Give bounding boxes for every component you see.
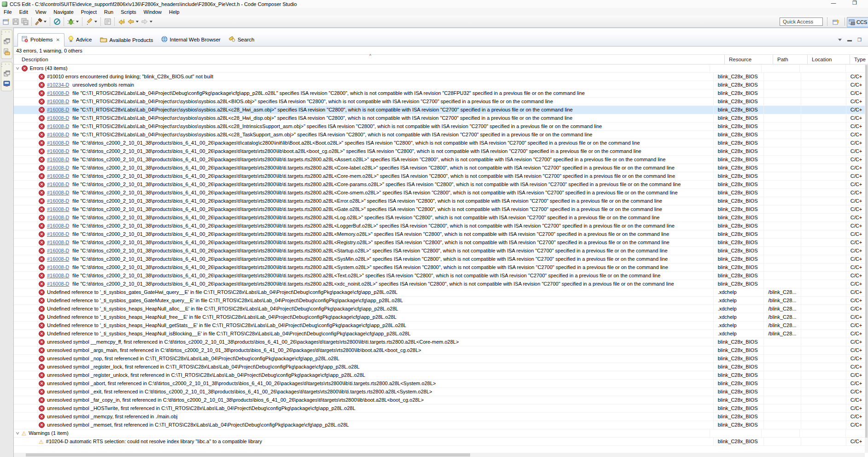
- table-row[interactable]: ✕#16008-Dfile "C:\ti\tirtos_c2000_2_10_0…: [14, 205, 865, 214]
- error-id-link[interactable]: #16008-D: [47, 139, 69, 147]
- expander-chevron-icon[interactable]: v: [16, 64, 19, 72]
- column-location[interactable]: Location: [808, 55, 850, 64]
- table-row[interactable]: ✕#16008-Dfile "C:\ti\tirtos_c2000_2_10_0…: [14, 164, 865, 172]
- table-row[interactable]: ✕Undefined reference to '_ti_sysbios_hea…: [14, 322, 865, 330]
- group-row[interactable]: v⚠Warnings (1 item): [14, 429, 865, 438]
- table-row[interactable]: ✕#16008-Dfile "C:\ti\tirtos_c2000_2_10_0…: [14, 247, 865, 255]
- quick-access-input[interactable]: Quick Access: [780, 18, 823, 26]
- restore-view-icon[interactable]: [3, 70, 11, 77]
- minimize-button[interactable]: —: [829, 0, 838, 6]
- horizontal-scrollbar-thumb[interactable]: [26, 453, 470, 457]
- table-row[interactable]: ✕#16008-Dfile "C:\ti\tirtos_c2000_2_10_0…: [14, 272, 865, 280]
- table-row[interactable]: ✕unresolved symbol _args_main, first ref…: [14, 346, 865, 355]
- table-row[interactable]: ✕#16008-Dfile "C:\TI_RTOS\C28x\Labs\Lab_…: [14, 89, 865, 98]
- open-perspective-button[interactable]: [832, 18, 840, 26]
- error-id-link[interactable]: #16008-D: [47, 247, 69, 255]
- open-element-icon[interactable]: [104, 18, 112, 26]
- error-id-link[interactable]: #16008-D: [47, 172, 69, 180]
- error-id-link[interactable]: #16008-D: [47, 222, 69, 230]
- menu-run[interactable]: Run: [100, 9, 117, 15]
- error-id-link[interactable]: #10234-D: [47, 81, 69, 89]
- table-row[interactable]: ✕unresolved symbol _register_lock, first…: [14, 363, 865, 371]
- menu-project[interactable]: Project: [77, 9, 100, 15]
- expander-chevron-icon[interactable]: v: [16, 429, 19, 437]
- table-row[interactable]: ✕#16008-Dfile "C:\TI_RTOS\C28x\Labs\Lab_…: [14, 131, 865, 139]
- menu-edit[interactable]: Edit: [16, 9, 32, 15]
- dropdown-arrow-icon[interactable]: [94, 21, 97, 23]
- error-id-link[interactable]: #16008-D: [47, 114, 69, 122]
- table-row[interactable]: ✕unresolved symbol __memcpy_ff, first re…: [14, 338, 865, 346]
- forward-icon[interactable]: [140, 18, 149, 26]
- dropdown-arrow-icon[interactable]: [150, 21, 152, 23]
- tab-internal-web-browser[interactable]: Internal Web Browser: [157, 34, 225, 46]
- maximize-view-button[interactable]: ❐: [857, 37, 862, 42]
- error-id-link[interactable]: #16008-D: [47, 189, 69, 197]
- minimize-view-button[interactable]: ▬: [847, 37, 852, 42]
- error-id-link[interactable]: #16008-D: [47, 264, 69, 271]
- drag-handle[interactable]: • • • •: [1, 31, 12, 35]
- drag-handle[interactable]: • • • •: [1, 63, 12, 68]
- error-id-link[interactable]: #16008-D: [47, 123, 69, 130]
- table-row[interactable]: ✕#16008-Dfile "C:\TI_RTOS\C28x\Labs\Lab_…: [14, 106, 865, 114]
- menu-help[interactable]: Help: [165, 9, 183, 15]
- error-id-link[interactable]: #16008-D: [47, 147, 69, 155]
- table-row[interactable]: ✕#16008-Dfile "C:\ti\tirtos_c2000_2_10_0…: [14, 147, 865, 156]
- table-row[interactable]: ✕Undefined reference to '_ti_sysbios_gat…: [14, 297, 865, 305]
- error-id-link[interactable]: #16008-D: [47, 131, 69, 139]
- menu-view[interactable]: View: [32, 9, 50, 15]
- table-row[interactable]: ✕#16008-Dfile "C:\ti\tirtos_c2000_2_10_0…: [14, 197, 865, 205]
- error-id-link[interactable]: #16008-D: [47, 239, 69, 246]
- table-row[interactable]: ✕#16008-Dfile "C:\ti\tirtos_c2000_2_10_0…: [14, 172, 865, 181]
- save-all-icon[interactable]: [21, 18, 29, 26]
- restore-view-icon[interactable]: [3, 38, 11, 45]
- vertical-scrollbar[interactable]: [865, 64, 868, 453]
- table-row[interactable]: ✕unresolved symbol _nop, first reference…: [14, 355, 865, 363]
- view-menu-icon[interactable]: [838, 39, 842, 41]
- column-type[interactable]: Type: [850, 55, 865, 64]
- table-row[interactable]: ✕unresolved symbol _memcpy, first refere…: [14, 413, 865, 421]
- table-row[interactable]: ✕#16008-Dfile "C:\ti\tirtos_c2000_2_10_0…: [14, 280, 865, 288]
- menu-window[interactable]: Window: [140, 9, 165, 15]
- vertical-scrollbar-thumb[interactable]: [865, 65, 868, 438]
- horizontal-scrollbar[interactable]: [14, 453, 865, 457]
- error-id-link[interactable]: #16008-D: [47, 272, 69, 280]
- error-id-link[interactable]: #16008-D: [47, 280, 69, 288]
- copy-file-icon[interactable]: [3, 48, 11, 55]
- table-row[interactable]: ✕#16008-Dfile "C:\ti\tirtos_c2000_2_10_0…: [14, 181, 865, 189]
- table-row[interactable]: ✕Undefined reference to '_ti_sysbios_hea…: [14, 313, 865, 322]
- dropdown-arrow-icon[interactable]: [44, 21, 47, 23]
- error-id-link[interactable]: #16008-D: [47, 197, 69, 205]
- table-row[interactable]: ✕#16008-Dfile "C:\ti\tirtos_c2000_2_10_0…: [14, 139, 865, 147]
- error-id-link[interactable]: #16008-D: [47, 255, 69, 263]
- table-row[interactable]: ✕Undefined reference to '_ti_sysbios_hea…: [14, 330, 865, 338]
- table-row[interactable]: ✕unresolved symbol _register_unlock, fir…: [14, 371, 865, 380]
- dropdown-arrow-icon[interactable]: [136, 21, 139, 23]
- new-file-icon[interactable]: [2, 18, 11, 26]
- error-id-link[interactable]: #16008-D: [47, 214, 69, 222]
- error-id-link[interactable]: #16008-D: [47, 106, 69, 114]
- table-row[interactable]: ✕#16008-Dfile "C:\ti\tirtos_c2000_2_10_0…: [14, 239, 865, 247]
- table-row[interactable]: ✕#10234-Dunresolved symbols remainblink_…: [14, 81, 865, 89]
- tab-close-icon[interactable]: ✕: [56, 37, 60, 42]
- table-row[interactable]: ✕unresolved symbol _HOSTwrite, first ref…: [14, 404, 865, 413]
- table-row[interactable]: ✕unresolved symbol _far_copy_in, first r…: [14, 396, 865, 404]
- tab-advice[interactable]: Advice: [64, 34, 96, 46]
- error-id-link[interactable]: #16008-D: [47, 98, 69, 105]
- table-row[interactable]: ✕Undefined reference to '_ti_sysbios_hea…: [14, 305, 865, 313]
- table-row[interactable]: ✕#16008-Dfile "C:\ti\tirtos_c2000_2_10_0…: [14, 214, 865, 222]
- tab-available-products[interactable]: Available Products: [96, 34, 157, 46]
- back-icon[interactable]: [127, 18, 135, 26]
- column-path[interactable]: Path: [773, 55, 808, 64]
- column-description[interactable]: Description ^: [14, 55, 725, 64]
- restore-button[interactable]: ❐: [851, 0, 859, 6]
- error-id-link[interactable]: #16008-D: [47, 181, 69, 188]
- debug-icon[interactable]: [53, 18, 61, 26]
- menu-file[interactable]: File: [0, 9, 16, 15]
- tab-search[interactable]: Search: [225, 34, 258, 46]
- table-row[interactable]: ✕#10010 errors encountered during linkin…: [14, 73, 865, 81]
- error-id-link[interactable]: #16008-D: [47, 89, 69, 97]
- menu-navigate[interactable]: Navigate: [50, 9, 77, 15]
- dropdown-arrow-icon[interactable]: [76, 21, 79, 23]
- pencil-icon[interactable]: [85, 18, 93, 26]
- error-id-link[interactable]: #16008-D: [47, 164, 69, 172]
